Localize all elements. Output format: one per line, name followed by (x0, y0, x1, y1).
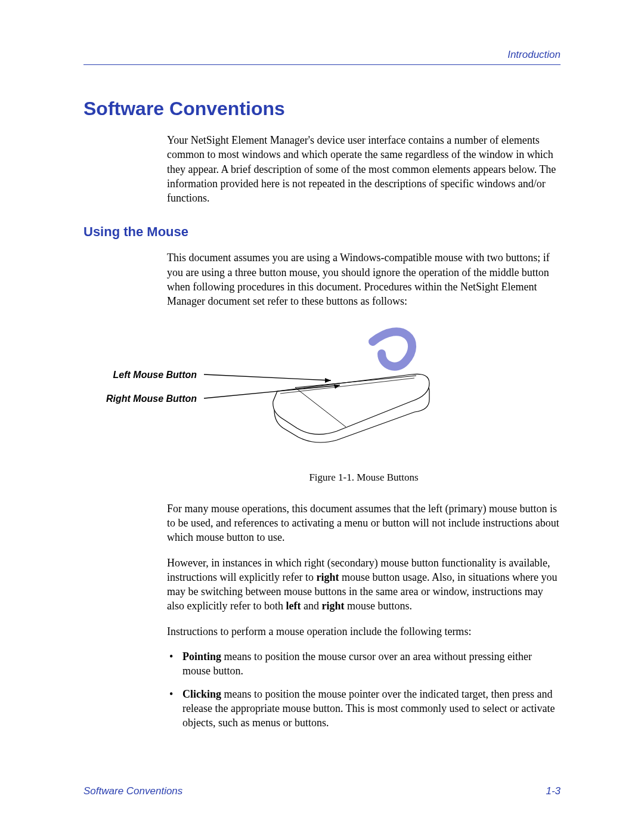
list-item: Pointing means to position the mouse cur… (167, 649, 561, 679)
term-pointing-rest: means to position the mouse cursor over … (182, 651, 532, 677)
intro-paragraph: Your NetSight Element Manager's device u… (167, 133, 561, 205)
text: and (301, 600, 321, 612)
terms-list: Pointing means to position the mouse cur… (167, 649, 561, 730)
term-clicking: Clicking (182, 688, 221, 700)
body: Your NetSight Element Manager's device u… (167, 133, 561, 205)
footer-left: Software Conventions (83, 785, 182, 797)
figure-label-right: Right Mouse Button (95, 392, 197, 405)
figure: Left Mouse Button Right Mouse Button (167, 321, 561, 464)
figure-caption: Figure 1-1. Mouse Buttons (167, 471, 561, 485)
footer: Software Conventions 1-3 (83, 785, 561, 797)
running-header: Introduction (83, 49, 561, 61)
heading-1: Software Conventions (83, 98, 561, 120)
page: Introduction Software Conventions Your N… (0, 0, 644, 833)
footer-page: 1-3 (546, 785, 561, 797)
mouse-paragraph: This document assumes you are using a Wi… (167, 250, 561, 308)
svg-line-3 (204, 374, 331, 380)
bold-left: left (286, 600, 301, 612)
bold-right-1: right (316, 571, 339, 583)
text: mouse buttons. (344, 600, 412, 612)
heading-2: Using the Mouse (83, 224, 561, 240)
terms-intro: Instructions to perform a mouse operatio… (167, 624, 561, 639)
term-clicking-rest: means to position the mouse pointer over… (182, 688, 555, 729)
list-item: Clicking means to position the mouse poi… (167, 687, 561, 730)
body-mouse: This document assumes you are using a Wi… (167, 250, 561, 730)
mouse-illustration (167, 321, 501, 458)
header-rule (83, 64, 561, 65)
para-right: However, in instances in which right (se… (167, 556, 561, 614)
figure-label-left: Left Mouse Button (95, 368, 197, 382)
bold-right-2: right (321, 600, 344, 612)
para-primary: For many mouse operations, this document… (167, 501, 561, 545)
term-pointing: Pointing (182, 651, 221, 662)
svg-marker-4 (325, 378, 331, 383)
